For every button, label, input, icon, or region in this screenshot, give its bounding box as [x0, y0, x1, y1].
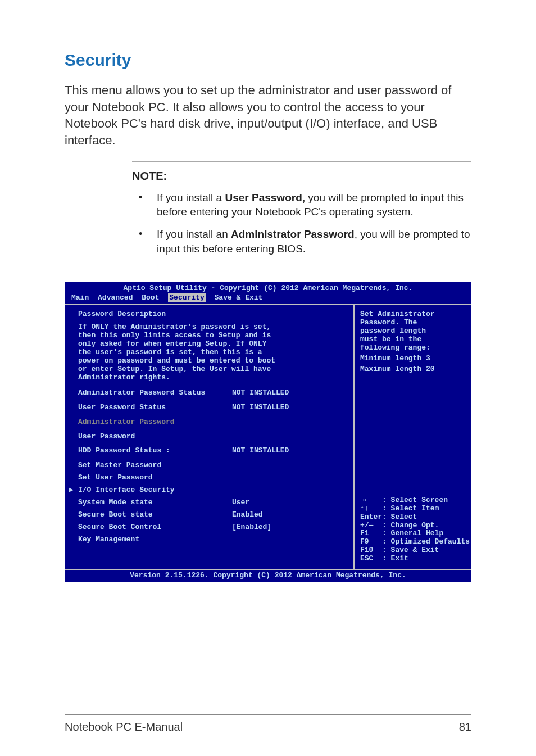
row-set-master: Set Master Password — [69, 461, 349, 470]
row-system-mode: System Mode state User — [69, 499, 349, 507]
tab-security: Security — [168, 293, 205, 302]
note-item: • If you install a User Password, you wi… — [132, 191, 471, 219]
page-number: 81 — [459, 721, 471, 734]
bios-footer: Version 2.15.1226. Copyright (C) 2012 Am… — [65, 569, 471, 582]
row-secureboot-control: Secure Boot Control [Enabled] — [69, 523, 349, 532]
row-set-user: Set User Password — [69, 474, 349, 482]
value-user-status: NOT INSTALLED — [232, 404, 349, 412]
label-set-user: Set User Password — [69, 474, 232, 482]
label-system-mode: System Mode state — [69, 499, 232, 507]
bios-header: Aptio Setup Utility - Copyright (C) 2012… — [65, 282, 471, 294]
row-admin-status: Administrator Password Status NOT INSTAL… — [69, 389, 349, 397]
bullet-icon: • — [132, 191, 157, 219]
tab-boot: Boot — [142, 293, 159, 302]
label-key-management: Key Management — [69, 536, 232, 544]
footer-left: Notebook PC E-Manual — [65, 721, 183, 734]
password-description-body: If ONLY the Administrator's password is … — [69, 323, 349, 382]
label-set-master: Set Master Password — [69, 461, 232, 470]
section-heading: Security — [65, 51, 471, 70]
row-key-management: Key Management — [69, 536, 349, 544]
label-io-security: I/O Interface Security — [69, 486, 232, 495]
tab-save-exit: Save & Exit — [215, 293, 263, 302]
label-secureboot-state: Secure Boot state — [69, 511, 232, 519]
arrow-icon: ▶ — [69, 486, 74, 495]
note-item: • If you install an Administrator Passwo… — [132, 227, 471, 256]
bios-tabs: Main Advanced Boot Security Save & Exit — [65, 294, 471, 304]
row-user-status: User Password Status NOT INSTALLED — [69, 404, 349, 412]
row-secureboot-state: Secure Boot state Enabled — [69, 511, 349, 519]
label-hdd-status: HDD Password Status : — [69, 447, 232, 455]
row-user-password: User Password — [69, 433, 349, 441]
note-text: If you install a User Password, you will… — [157, 191, 471, 219]
bios-right-pane: Set Administrator Password. The password… — [355, 305, 471, 569]
label-user-password: User Password — [69, 433, 232, 441]
label-secureboot-control: Secure Boot Control — [69, 523, 232, 532]
bullet-icon: • — [132, 227, 157, 256]
section-body: This menu allows you to set up the admin… — [65, 82, 471, 149]
value-secureboot-control: [Enabled] — [232, 523, 349, 532]
bios-screenshot: Aptio Setup Utility - Copyright (C) 2012… — [65, 282, 471, 582]
note-text: If you install an Administrator Password… — [157, 227, 471, 256]
note-title: NOTE: — [132, 170, 471, 183]
row-io-security: ▶ I/O Interface Security — [69, 486, 349, 495]
value-hdd-status: NOT INSTALLED — [232, 447, 349, 455]
page-footer-area: Notebook PC E-Manual 81 — [65, 714, 471, 734]
note-block: NOTE: • If you install a User Password, … — [132, 161, 471, 267]
value-secureboot-state: Enabled — [232, 511, 349, 519]
row-admin-password: Administrator Password — [69, 418, 349, 427]
label-user-status: User Password Status — [69, 404, 232, 412]
tab-advanced: Advanced — [98, 293, 133, 302]
horizontal-rule — [65, 714, 471, 715]
bios-keybinds: →← : Select Screen ↑↓ : Select Item Ente… — [360, 496, 467, 564]
password-description-title: Password Description — [69, 310, 349, 319]
label-admin-status: Administrator Password Status — [69, 389, 232, 397]
row-hdd-status: HDD Password Status : NOT INSTALLED — [69, 447, 349, 455]
label-admin-password: Administrator Password — [69, 418, 232, 427]
value-system-mode: User — [232, 499, 349, 507]
value-admin-status: NOT INSTALLED — [232, 389, 349, 397]
note-list: • If you install a User Password, you wi… — [132, 191, 471, 256]
bios-left-pane: Password Description If ONLY the Adminis… — [65, 305, 355, 569]
bios-help-text: Set Administrator Password. The password… — [360, 310, 467, 374]
bios-body: Password Description If ONLY the Adminis… — [65, 305, 471, 569]
tab-main: Main — [71, 293, 89, 302]
